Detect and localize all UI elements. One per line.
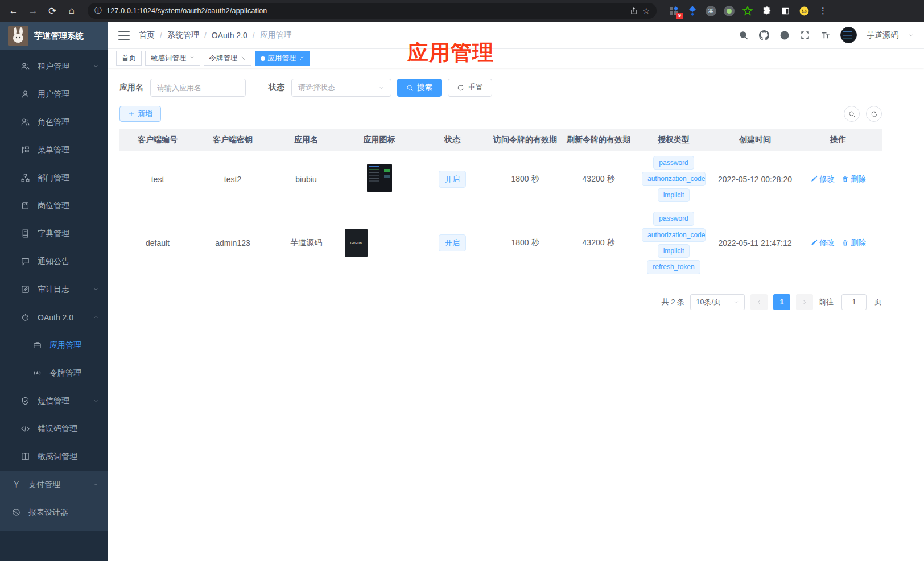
app-name-input[interactable] <box>150 79 246 97</box>
goto-page-input[interactable] <box>842 294 867 310</box>
tab-token[interactable]: 令牌管理 <box>204 51 251 66</box>
status-select[interactable]: 请选择状态 <box>291 79 391 97</box>
breadcrumb-system[interactable]: 系统管理 <box>167 30 199 40</box>
search-icon <box>848 110 856 118</box>
sidebar-item-oauth2[interactable]: OAuth 2.0 <box>0 303 108 331</box>
chevron-down-icon <box>93 481 99 488</box>
edit-link[interactable]: 修改 <box>810 174 835 184</box>
app-title: 芋道管理系统 <box>34 31 84 42</box>
tab-sensitive-word[interactable]: 敏感词管理 <box>145 51 200 66</box>
app-name-label: 应用名 <box>119 82 143 93</box>
sidebar-item-sensitive-word[interactable]: 敏感词管理 <box>0 443 108 471</box>
sidebar-item-notice[interactable]: 通知公告 <box>0 248 108 275</box>
search-icon[interactable] <box>738 30 749 40</box>
font-size-icon[interactable] <box>820 30 831 40</box>
app-header: 首页 / 系统管理 / OAuth 2.0 / 应用管理 <box>108 22 924 49</box>
github-icon[interactable] <box>758 30 769 40</box>
chevron-down-icon[interactable] <box>908 32 914 38</box>
tab-home[interactable]: 首页 <box>116 51 142 66</box>
browser-back-button[interactable]: ← <box>6 3 22 19</box>
prev-page-button[interactable] <box>750 294 768 310</box>
user-icon <box>20 89 30 99</box>
refresh-table-button[interactable] <box>866 106 882 122</box>
sidebar-item-report-designer[interactable]: 报表设计器 <box>0 498 108 526</box>
plus-icon <box>128 110 135 117</box>
sidebar-item-role[interactable]: 角色管理 <box>0 108 108 136</box>
briefcase-icon <box>32 340 42 350</box>
sidebar-item-payment[interactable]: ￥ 支付管理 <box>0 471 108 498</box>
sidebar-item-audit-log[interactable]: 审计日志 <box>0 275 108 303</box>
site-info-icon[interactable]: ⓘ <box>94 6 102 16</box>
split-screen-extension-icon[interactable] <box>779 5 791 16</box>
page-content: 应用名 状态 请选择状态 搜索 重置 <box>108 68 882 310</box>
sidebar-item-dict[interactable]: 字典管理 <box>0 220 108 248</box>
close-icon[interactable] <box>189 56 195 61</box>
bookmark-star-icon[interactable]: ☆ <box>642 6 650 15</box>
share-icon[interactable] <box>630 7 638 15</box>
browser-home-button[interactable]: ⌂ <box>64 3 80 19</box>
recorder-extension-icon[interactable] <box>724 6 735 16</box>
puzzle-extensions-icon[interactable] <box>761 5 772 16</box>
status-badge: 开启 <box>439 234 466 251</box>
chevron-up-icon <box>93 314 99 320</box>
fullscreen-icon[interactable] <box>799 30 810 40</box>
trash-icon <box>842 239 849 246</box>
table-toolbar: 新增 <box>119 106 882 122</box>
page-number-button[interactable]: 1 <box>773 294 790 310</box>
sidebar-item-sms[interactable]: 短信管理 <box>0 387 108 415</box>
sidebar-logo-row[interactable]: 芋道管理系统 <box>0 22 108 50</box>
refresh-icon <box>871 110 878 118</box>
filter-form: 应用名 状态 请选择状态 搜索 重置 <box>119 79 882 97</box>
command-extension-icon[interactable]: ⌘ <box>706 6 716 16</box>
toggle-search-button[interactable] <box>844 106 860 122</box>
org-chart-icon <box>20 173 30 183</box>
close-icon[interactable] <box>241 56 246 61</box>
code-icon <box>20 424 30 434</box>
users-icon <box>20 117 30 127</box>
avatar[interactable] <box>840 27 857 43</box>
sidebar-item-dept[interactable]: 部门管理 <box>0 164 108 192</box>
tab-manager-extension-icon[interactable]: 9 <box>668 5 679 16</box>
sidebar-item-user[interactable]: 用户管理 <box>0 80 108 108</box>
pencil-icon <box>810 239 818 246</box>
header-tools: 芋道源码 <box>738 27 914 43</box>
url-text[interactable]: 127.0.0.1:1024/system/oauth2/oauth2/appl… <box>106 7 625 15</box>
grant-type-tag: authorization_code <box>642 172 706 185</box>
goto-suffix: 页 <box>874 297 882 307</box>
tab-application[interactable]: 应用管理 <box>255 51 310 66</box>
grant-type-tag: authorization_code <box>642 228 706 242</box>
delete-link[interactable]: 删除 <box>842 238 866 248</box>
robot-icon <box>20 312 30 322</box>
pencil-icon <box>810 175 818 183</box>
token-signal-icon <box>32 368 42 378</box>
kite-extension-icon[interactable] <box>687 5 698 16</box>
green-star-extension-icon[interactable] <box>742 5 753 16</box>
audit-log-icon <box>20 284 30 294</box>
emoji-extension-icon[interactable] <box>798 5 810 16</box>
sidebar-item-oauth2-token[interactable]: 令牌管理 <box>0 359 108 387</box>
reset-button[interactable]: 重置 <box>448 79 492 97</box>
username[interactable]: 芋道源码 <box>867 30 898 40</box>
next-page-button[interactable] <box>796 294 813 310</box>
goto-label: 前往 <box>819 297 834 307</box>
close-icon[interactable] <box>299 56 304 61</box>
search-button[interactable]: 搜索 <box>397 79 442 97</box>
pagination: 共 2 条 10条/页 1 前往 页 <box>119 294 882 310</box>
sidebar-collapse-icon[interactable] <box>118 31 130 40</box>
address-bar[interactable]: ⓘ 127.0.0.1:1024/system/oauth2/oauth2/ap… <box>88 3 657 19</box>
page-size-select[interactable]: 10条/页 <box>690 294 745 310</box>
help-icon[interactable] <box>779 30 790 40</box>
edit-link[interactable]: 修改 <box>810 238 835 248</box>
sidebar-item-tenant[interactable]: 租户管理 <box>0 52 108 80</box>
browser-menu-icon[interactable]: ⋮ <box>819 6 827 16</box>
sidebar-item-oauth2-application[interactable]: 应用管理 <box>0 331 108 359</box>
breadcrumb-oauth2[interactable]: OAuth 2.0 <box>212 31 248 40</box>
breadcrumb-home[interactable]: 首页 <box>139 30 155 40</box>
sidebar-item-error-code[interactable]: 错误码管理 <box>0 415 108 443</box>
browser-reload-button[interactable]: ⟳ <box>44 3 60 19</box>
sidebar-item-post[interactable]: 岗位管理 <box>0 192 108 220</box>
browser-forward-button[interactable]: → <box>25 3 41 19</box>
delete-link[interactable]: 删除 <box>842 174 866 184</box>
sidebar-item-menu[interactable]: 菜单管理 <box>0 136 108 164</box>
add-button[interactable]: 新增 <box>119 106 161 122</box>
